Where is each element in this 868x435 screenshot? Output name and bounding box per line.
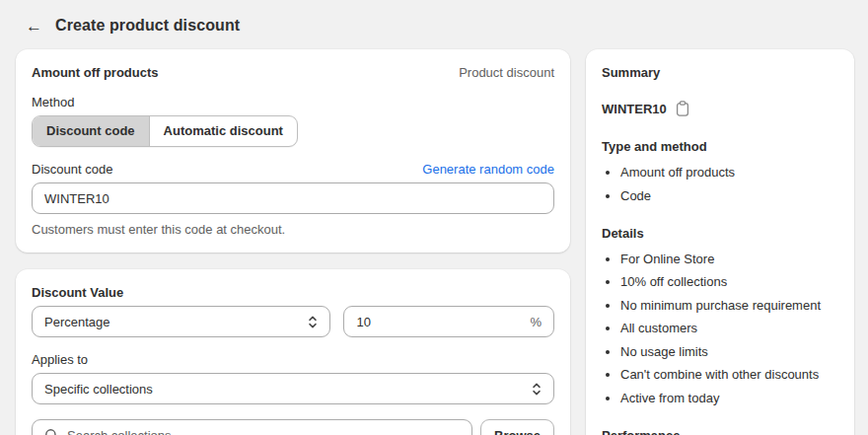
product-discount-badge: Product discount — [459, 65, 554, 80]
discount-code-field-shell — [32, 182, 554, 214]
discount-amount-field-shell: % — [343, 306, 554, 337]
details-list: For Online Store 10% off collections No … — [602, 252, 838, 405]
search-collections-input[interactable] — [67, 428, 460, 435]
list-item: Code — [620, 188, 838, 203]
card-title-discount-value: Discount Value — [32, 285, 123, 300]
summary-discount-code: WINTER10 — [602, 102, 667, 116]
content-layout: Amount off products Product discount Met… — [0, 49, 868, 435]
list-item: Can't combine with other discounts — [620, 367, 838, 382]
chevron-up-down-icon — [532, 382, 542, 397]
segment-automatic-discount[interactable]: Automatic discount — [150, 116, 297, 146]
summary-section-heading-type-and-method: Type and method — [602, 139, 838, 154]
list-item: 10% off collections — [620, 274, 838, 289]
search-collections-field-shell — [32, 419, 472, 435]
page-header: ← Create product discount — [0, 0, 868, 49]
list-item: Amount off products — [620, 165, 838, 180]
percent-suffix: % — [530, 315, 542, 329]
browse-button[interactable]: Browse — [480, 419, 554, 435]
list-item: For Online Store — [620, 252, 838, 266]
summary-section-heading-performance: Performance — [602, 428, 838, 435]
method-label: Method — [32, 95, 554, 109]
type-and-method-list: Amount off products Code — [602, 165, 838, 203]
value-type-select[interactable]: Percentage — [32, 306, 330, 337]
copy-clipboard-icon[interactable] — [676, 101, 689, 116]
segment-discount-code[interactable]: Discount code — [33, 116, 150, 146]
summary-section-heading-details: Details — [602, 226, 838, 241]
main-column: Amount off products Product discount Met… — [16, 49, 570, 435]
card-title-amount-off-products: Amount off products — [32, 65, 159, 80]
sidebar-column: Summary WINTER10 Type and method Amount … — [586, 49, 854, 435]
generate-random-code-link[interactable]: Generate random code — [422, 162, 554, 177]
method-segmented-control: Discount code Automatic discount — [32, 115, 298, 147]
back-arrow-icon[interactable]: ← — [26, 18, 42, 35]
search-icon — [44, 428, 59, 435]
chevron-up-down-icon — [308, 315, 318, 329]
discount-code-label: Discount code — [32, 162, 112, 177]
summary-card: Summary WINTER10 Type and method Amount … — [586, 49, 854, 435]
applies-to-label: Applies to — [32, 352, 554, 367]
discount-code-input[interactable] — [44, 191, 542, 206]
applies-to-select[interactable]: Specific collections — [32, 373, 554, 404]
discount-amount-input[interactable] — [356, 315, 530, 329]
applies-to-selected-option: Specific collections — [44, 382, 153, 397]
list-item: All customers — [620, 321, 838, 335]
list-item: No usage limits — [620, 344, 838, 359]
list-item: Active from today — [620, 391, 838, 405]
summary-title: Summary — [602, 65, 838, 80]
page-title: Create product discount — [55, 17, 240, 35]
amount-off-products-card: Amount off products Product discount Met… — [16, 49, 570, 253]
list-item: No minimum purchase requirement — [620, 298, 838, 313]
discount-code-help-text: Customers must enter this code at checko… — [32, 222, 554, 237]
discount-value-card: Discount Value Percentage % Applies to — [16, 269, 570, 435]
value-type-selected-option: Percentage — [44, 315, 110, 329]
